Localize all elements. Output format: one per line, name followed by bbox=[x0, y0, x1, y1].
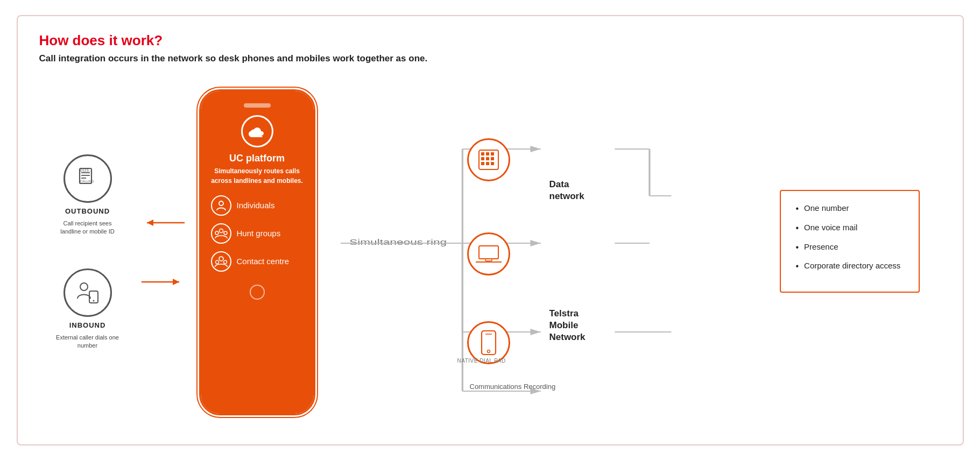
page-subtitle: Call integration occurs in the network s… bbox=[39, 53, 941, 64]
cloud-icon bbox=[241, 115, 273, 147]
main-container: How does it work? Call integration occur… bbox=[17, 15, 964, 445]
telstra-mobile-label: TelstraMobileNetwork bbox=[549, 308, 586, 343]
outbound-item: 0123... CALLING OUTBOUND Call recipient … bbox=[53, 154, 123, 236]
svg-point-19 bbox=[223, 260, 227, 264]
outbound-sublabel: Call recipient sees landline or mobile I… bbox=[53, 220, 123, 236]
feature-presence: • Presence bbox=[796, 242, 904, 253]
huntgroups-icon bbox=[211, 223, 231, 244]
desk-phone-icon bbox=[467, 138, 510, 181]
svg-rect-47 bbox=[491, 162, 494, 165]
svg-point-13 bbox=[219, 201, 223, 206]
phone-speaker bbox=[244, 103, 271, 108]
svg-rect-48 bbox=[479, 246, 498, 259]
inbound-sublabel: External caller dials one number bbox=[53, 334, 123, 350]
svg-point-14 bbox=[219, 229, 223, 232]
svg-rect-43 bbox=[486, 157, 489, 160]
phone-menu-huntgroups: Hunt groups bbox=[211, 223, 304, 244]
outbound-label: OUTBOUND bbox=[65, 207, 110, 215]
svg-rect-40 bbox=[486, 152, 489, 155]
feature-one-number: • One number bbox=[796, 203, 904, 215]
laptop-device bbox=[467, 222, 510, 286]
svg-text:0123...: 0123... bbox=[80, 168, 91, 172]
svg-point-16 bbox=[224, 231, 227, 235]
svg-rect-44 bbox=[491, 157, 494, 160]
phone-menu-contactcentre: Contact centre bbox=[211, 251, 304, 272]
svg-point-15 bbox=[215, 231, 218, 235]
laptop-icon bbox=[467, 232, 510, 275]
left-arrows bbox=[142, 215, 185, 290]
page-title: How does it work? bbox=[39, 32, 941, 49]
svg-rect-45 bbox=[481, 162, 484, 165]
svg-point-8 bbox=[93, 300, 94, 301]
outbound-icon: 0123... CALLING bbox=[64, 154, 112, 203]
communications-recording-label: Communications Recording bbox=[470, 382, 556, 392]
huntgroups-label: Hunt groups bbox=[237, 229, 281, 238]
inbound-label: INBOUND bbox=[69, 321, 106, 329]
right-section: • One number • One voice mail • Presence… bbox=[769, 190, 941, 293]
diagram: 0123... CALLING OUTBOUND Call recipient … bbox=[39, 80, 941, 424]
feature-one-voicemail: • One voice mail bbox=[796, 222, 904, 234]
left-section: 0123... CALLING OUTBOUND Call recipient … bbox=[39, 154, 136, 350]
phone-body: UC platform Simultaneously routes calls … bbox=[201, 91, 314, 414]
svg-rect-42 bbox=[481, 157, 484, 160]
svg-text:Simultaneous ring: Simultaneous ring bbox=[349, 238, 447, 246]
svg-rect-46 bbox=[486, 162, 489, 165]
svg-rect-39 bbox=[481, 152, 484, 155]
desk-phone-device bbox=[467, 128, 510, 192]
svg-point-17 bbox=[219, 257, 223, 261]
native-dial-label: NATIVE DIAL PAD bbox=[457, 358, 506, 364]
data-network-label: Datanetwork bbox=[549, 179, 584, 202]
individuals-label: Individuals bbox=[237, 201, 275, 210]
inbound-item: INBOUND External caller dials one number bbox=[53, 268, 123, 350]
svg-rect-50 bbox=[485, 259, 492, 261]
phone-menu-individuals: Individuals bbox=[211, 195, 304, 216]
svg-point-53 bbox=[487, 350, 490, 352]
svg-text:CALLING: CALLING bbox=[80, 180, 94, 183]
phone-section: UC platform Simultaneously routes calls … bbox=[201, 91, 325, 414]
svg-marker-10 bbox=[147, 220, 153, 226]
contactcentre-label: Contact centre bbox=[237, 257, 290, 266]
svg-point-18 bbox=[215, 260, 218, 264]
svg-marker-12 bbox=[173, 279, 179, 285]
svg-marker-24 bbox=[530, 146, 540, 152]
phone-home-button bbox=[250, 285, 265, 300]
middle-diagram: Simultaneous ring bbox=[341, 84, 758, 420]
individuals-icon bbox=[211, 195, 231, 216]
svg-rect-41 bbox=[491, 152, 494, 155]
inbound-icon bbox=[64, 268, 112, 317]
contactcentre-icon bbox=[211, 251, 231, 272]
features-box: • One number • One voice mail • Presence… bbox=[780, 190, 920, 293]
phone-title: UC platform bbox=[229, 153, 285, 164]
phone-subtitle: Simultaneously routes calls across landl… bbox=[211, 166, 304, 186]
feature-corporate-directory: • Corporate directory access bbox=[796, 260, 904, 272]
svg-marker-29 bbox=[530, 329, 540, 335]
svg-marker-26 bbox=[530, 240, 540, 246]
mobile-device: NATIVE DIAL PAD bbox=[467, 310, 510, 375]
arrows-svg: Simultaneous ring bbox=[341, 84, 758, 418]
svg-point-6 bbox=[80, 283, 88, 291]
